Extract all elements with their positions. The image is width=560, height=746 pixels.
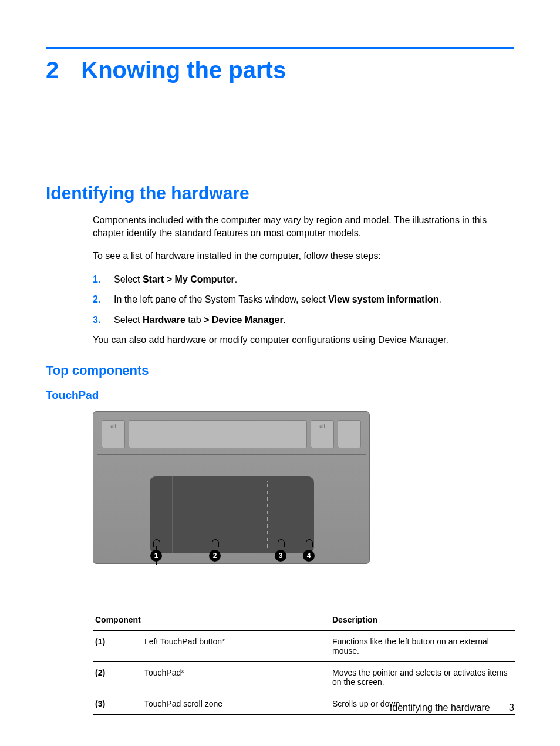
key-right [338, 420, 361, 448]
callout-row: 1 2 3 4 [93, 562, 370, 594]
table-header-row: Component Description [93, 609, 515, 630]
subsubsection-heading: TouchPad [46, 389, 514, 402]
components-table: Component Description (1) Left TouchPad … [93, 609, 515, 715]
step-3-mid: tab [185, 315, 204, 325]
key-alt-left: alt [102, 420, 125, 448]
table-row: (1) Left TouchPad button* Functions like… [93, 630, 515, 661]
steps-list: Select Start > My Computer. In the left … [93, 273, 514, 327]
step-3-post: . [284, 315, 286, 325]
step-3-pre: Select [114, 315, 143, 325]
key-alt-right: alt [311, 420, 334, 448]
key-row: alt alt [102, 420, 361, 448]
laptop-illustration: alt alt [93, 411, 370, 564]
chapter-heading: 2 Knowing the parts [46, 57, 514, 83]
row-desc: Functions like the left button on an ext… [330, 630, 515, 661]
step-2-post: . [438, 294, 441, 304]
note-paragraph: You can also add hardware or modify comp… [93, 334, 514, 347]
lead-paragraph: To see a list of hardware installed in t… [93, 250, 514, 263]
deck-line [97, 454, 366, 455]
step-1-bold: Start > My Computer [143, 274, 235, 284]
tp-divider-left [172, 476, 173, 553]
tp-divider-right [292, 476, 292, 553]
callout-1: 1 [150, 550, 162, 562]
touchpad-area [150, 476, 314, 553]
step-3-bold2: > Device Manager [204, 315, 284, 325]
callout-4: 4 [303, 550, 315, 562]
chapter-number: 2 [46, 57, 59, 83]
header-description: Description [330, 609, 515, 630]
chapter-title: Knowing the parts [81, 57, 286, 83]
page-footer: Identifying the hardware 3 [390, 703, 514, 713]
row-name: Left TouchPad button* [142, 630, 330, 661]
step-3-bold1: Hardware [143, 315, 185, 325]
tp-divider-scroll [267, 481, 268, 548]
row-id: (3) [93, 693, 142, 714]
header-component: Component [93, 609, 330, 630]
step-3: Select Hardware tab > Device Manager. [93, 314, 514, 327]
subsection-heading: Top components [46, 363, 514, 378]
footer-section: Identifying the hardware [390, 703, 490, 713]
step-1-post: . [235, 274, 237, 284]
section-heading: Identifying the hardware [46, 183, 514, 203]
table-row: (2) TouchPad* Moves the pointer and sele… [93, 661, 515, 693]
row-desc: Moves the pointer and selects or activat… [330, 661, 515, 693]
step-1-pre: Select [114, 274, 143, 284]
page-content: 2 Knowing the parts Identifying the hard… [0, 0, 560, 715]
row-id: (1) [93, 630, 142, 661]
row-name: TouchPad scroll zone [142, 693, 330, 714]
step-2-pre: In the left pane of the System Tasks win… [114, 294, 328, 304]
callout-2: 2 [209, 550, 221, 562]
footer-page-number: 3 [509, 703, 514, 713]
callout-3: 3 [275, 550, 286, 562]
touchpad-figure: alt alt 1 2 3 4 [93, 411, 370, 594]
row-id: (2) [93, 661, 142, 693]
row-name: TouchPad* [142, 661, 330, 693]
step-2-bold: View system information [328, 294, 438, 304]
spacebar-key [129, 420, 307, 448]
top-rule [46, 47, 514, 49]
step-1: Select Start > My Computer. [93, 273, 514, 286]
intro-paragraph: Components included with the computer ma… [93, 214, 514, 239]
step-2: In the left pane of the System Tasks win… [93, 293, 514, 306]
